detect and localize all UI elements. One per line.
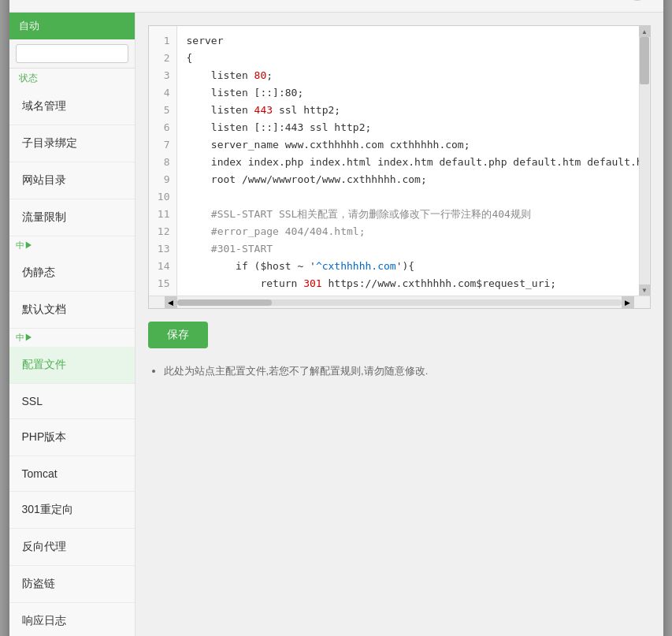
code-area: 1 2 3 4 5 6 7 8 9 10 11 12 13 — [149, 26, 650, 296]
vertical-scrollbar[interactable]: ▲ ▼ — [639, 26, 650, 296]
sidebar-item-subdir[interactable]: 子目录绑定 — [9, 125, 135, 162]
sidebar-status-meta: 状态 — [9, 69, 135, 88]
sidebar-item-proxy[interactable]: 反向代理 — [9, 529, 135, 566]
sidebar: 自动 状态 域名管理 子目录绑定 网站目录 流量限制 — [9, 13, 136, 636]
modal-header: 站点修改[www.cxthhhhh.com] -- 添加时间[2018-08-1… — [9, 0, 663, 13]
main-content: 1 2 3 4 5 6 7 8 9 10 11 12 13 — [136, 13, 663, 636]
scroll-track[interactable] — [640, 37, 649, 285]
sidebar-item-ssl[interactable]: SSL — [9, 384, 135, 419]
sidebar-run1: 中▶ — [9, 236, 135, 255]
sidebar-item-domain[interactable]: 域名管理 — [9, 88, 135, 125]
scroll-right-button[interactable]: ▶ — [622, 296, 634, 309]
horizontal-scrollbar[interactable]: ◀ ▶ — [149, 296, 650, 308]
save-button[interactable]: 保存 — [148, 322, 208, 348]
sidebar-run2: 中▶ — [9, 329, 135, 347]
scroll-left-button[interactable]: ◀ — [165, 296, 177, 309]
code-text[interactable]: server { listen 80; listen [::]:80; list… — [177, 26, 639, 296]
sidebar-item-log[interactable]: 响应日志 — [9, 603, 135, 636]
sidebar-item-traffic[interactable]: 流量限制 — [9, 199, 135, 236]
note-text: 此处为站点主配置文件,若您不了解配置规则,请勿随意修改. — [164, 364, 651, 378]
sidebar-search-input[interactable] — [16, 44, 128, 63]
modal-overlay: 站点修改[www.cxthhhhh.com] -- 添加时间[2018-08-1… — [0, 0, 672, 636]
scroll-thumb[interactable] — [640, 37, 649, 84]
note-section: 此处为站点主配置文件,若您不了解配置规则,请勿随意修改. — [148, 364, 651, 378]
modal: 站点修改[www.cxthhhhh.com] -- 添加时间[2018-08-1… — [9, 0, 663, 636]
sidebar-item-webdir[interactable]: 网站目录 — [9, 162, 135, 199]
modal-body: 自动 状态 域名管理 子目录绑定 网站目录 流量限制 — [9, 13, 663, 636]
scroll-thumb-h[interactable] — [177, 299, 272, 306]
sidebar-item-tomcat[interactable]: Tomcat — [9, 456, 135, 492]
scroll-down-button[interactable]: ▼ — [639, 285, 650, 296]
save-button-wrap: 保存 — [148, 309, 651, 358]
sidebar-item-pseudo[interactable]: 伪静态 — [9, 255, 135, 292]
scroll-up-button[interactable]: ▲ — [639, 26, 650, 37]
scroll-track-h[interactable] — [177, 299, 622, 306]
line-numbers: 1 2 3 4 5 6 7 8 9 10 11 12 13 — [149, 26, 177, 296]
sidebar-auto-label: 自动 — [9, 13, 135, 39]
sidebar-item-hotlink[interactable]: 防盗链 — [9, 566, 135, 603]
sidebar-item-php[interactable]: PHP版本 — [9, 419, 135, 456]
sidebar-item-301[interactable]: 301重定向 — [9, 492, 135, 529]
sidebar-input-wrap — [9, 39, 135, 69]
sidebar-status-label: 状态 — [19, 73, 38, 84]
sidebar-item-config[interactable]: 配置文件 — [9, 347, 135, 384]
code-editor[interactable]: 1 2 3 4 5 6 7 8 9 10 11 12 13 — [148, 25, 651, 309]
sidebar-item-default-doc[interactable]: 默认文档 — [9, 292, 135, 329]
close-button[interactable]: × — [627, 0, 648, 1]
